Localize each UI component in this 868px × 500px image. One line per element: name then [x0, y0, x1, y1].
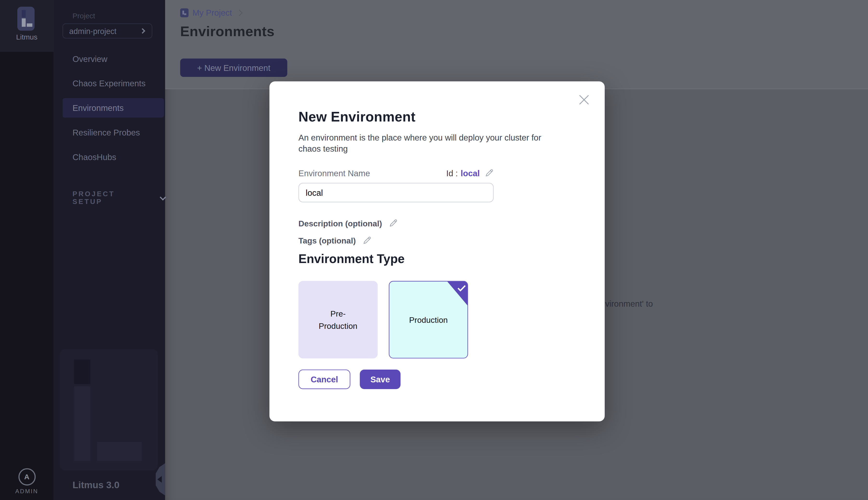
chevron-right-icon: [236, 9, 242, 16]
sidebar-item-chaos-experiments[interactable]: Chaos Experiments: [62, 73, 164, 93]
modal-description: An environment is the place where you wi…: [298, 132, 576, 154]
litmus-logo-icon: [180, 8, 189, 17]
user-role-label: ADMIN: [0, 488, 54, 495]
environment-type-heading: Environment Type: [298, 252, 576, 266]
litmus-logo-label: Litmus: [0, 33, 54, 41]
project-selector[interactable]: admin-project: [62, 23, 152, 38]
litmus-logo[interactable]: [18, 7, 35, 31]
project-selector-value: admin-project: [69, 26, 140, 35]
cancel-button[interactable]: Cancel: [298, 370, 350, 389]
version-label: Litmus 3.0: [72, 480, 119, 491]
name-field-row: Environment Name Id : local: [298, 167, 494, 178]
empty-state-text-fragment: vironment' to: [605, 299, 653, 308]
modal-title: New Environment: [298, 81, 576, 125]
id-value: local: [461, 168, 480, 178]
project-section-label: Project: [72, 12, 95, 20]
id-label: Id :: [446, 168, 458, 178]
triangle-left-icon: [157, 476, 162, 483]
option-pre-production[interactable]: Pre-Production: [298, 281, 378, 358]
tags-optional-label: Tags (optional): [298, 236, 356, 245]
modal-description-line2: chaos testing: [298, 144, 348, 153]
sidebar-item-chaoshubs[interactable]: ChaosHubs: [62, 147, 164, 167]
save-button[interactable]: Save: [360, 370, 400, 389]
tags-optional-row: Tags (optional): [298, 236, 576, 245]
app-viewport: My Project Environments + New Environmen…: [0, 0, 868, 500]
sidebar-item-environments[interactable]: Environments: [62, 98, 164, 118]
sidebar-rail: Litmus A ADMIN: [0, 0, 54, 500]
sidebar-collapse-toggle[interactable]: [156, 463, 165, 496]
environment-type-options: Pre-Production Production: [298, 281, 576, 358]
page-title: Environments: [180, 23, 274, 39]
description-optional-row: Description (optional): [298, 218, 576, 228]
edit-id-icon[interactable]: [484, 168, 493, 178]
project-setup-section[interactable]: PROJECT SETUP: [72, 190, 165, 206]
project-setup-label: PROJECT SETUP: [72, 190, 147, 206]
sidebar-item-resilience-probes[interactable]: Resilience Probes: [62, 123, 164, 142]
option-label: Production: [409, 314, 448, 326]
chevron-down-icon: [160, 194, 166, 200]
breadcrumb-project-link[interactable]: My Project: [192, 8, 232, 17]
selected-check-badge: [447, 281, 468, 306]
modal-actions: Cancel Save: [298, 370, 576, 389]
edit-tags-icon[interactable]: [362, 236, 371, 245]
sidebar-nav: Project admin-project Overview Chaos Exp…: [54, 0, 165, 500]
description-optional-label: Description (optional): [298, 219, 382, 228]
option-label: Pre-Production: [314, 307, 362, 332]
environment-name-input[interactable]: [298, 183, 494, 202]
new-environment-button[interactable]: + New Environment: [180, 59, 287, 77]
environment-name-label: Environment Name: [298, 168, 370, 178]
user-avatar[interactable]: A: [18, 468, 35, 486]
close-icon[interactable]: [578, 93, 590, 106]
user-block[interactable]: A ADMIN: [0, 468, 54, 495]
option-production[interactable]: Production: [389, 281, 468, 358]
nav-items: Overview Chaos Experiments Environments …: [54, 49, 165, 172]
chevron-right-icon: [140, 28, 145, 34]
breadcrumb: My Project: [180, 8, 241, 17]
new-environment-modal: New Environment An environment is the pl…: [269, 81, 604, 421]
sidebar-item-overview[interactable]: Overview: [62, 49, 164, 68]
edit-description-icon[interactable]: [388, 218, 398, 228]
environment-id-group: Id : local: [446, 168, 494, 178]
check-icon: [457, 285, 466, 292]
modal-description-line1: An environment is the place where you wi…: [298, 133, 541, 142]
litmus-watermark: [60, 349, 158, 470]
